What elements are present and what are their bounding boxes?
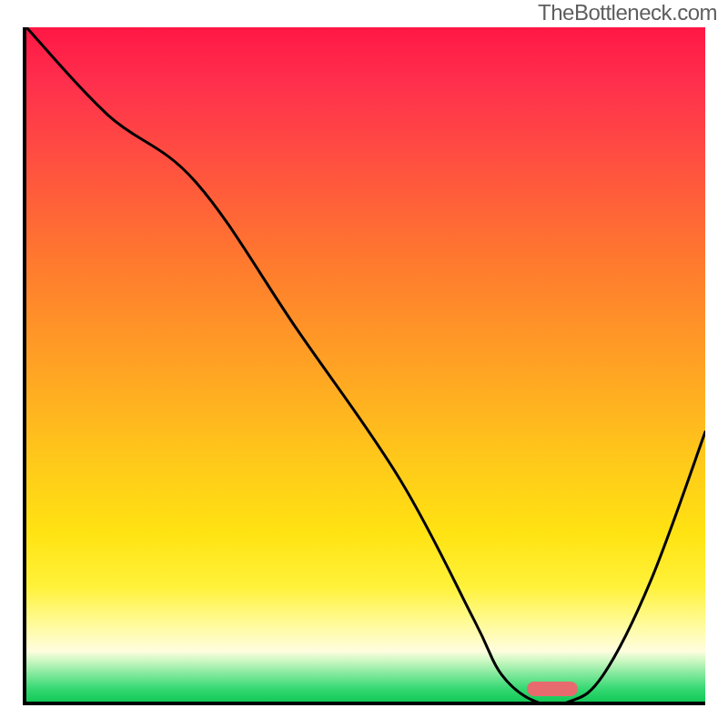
plot-area [23,27,705,705]
watermark-text: TheBottleneck.com [538,0,717,25]
chart-frame: TheBottleneck.com [0,0,728,728]
optimal-marker [527,682,578,696]
gradient-background [26,27,705,702]
